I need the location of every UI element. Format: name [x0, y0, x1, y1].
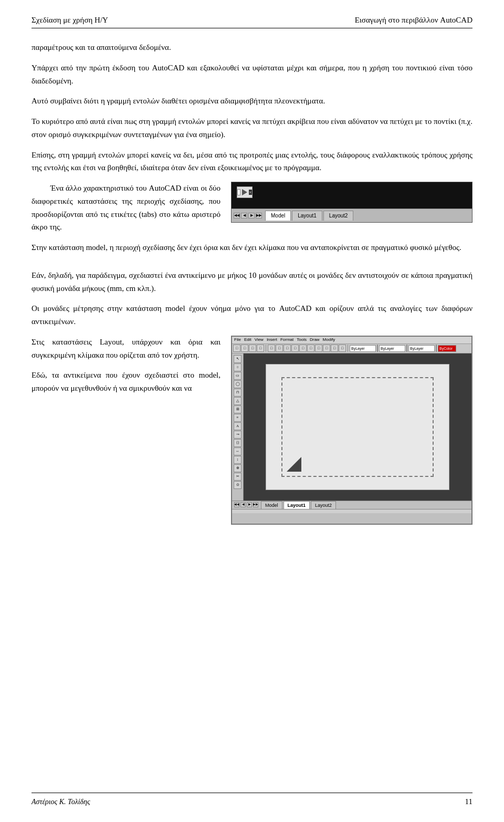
paragraph-3: Αυτό συμβαίνει διότι η γραμμή εντολών δι… — [32, 95, 472, 108]
canvas-tab-model[interactable]: Model — [261, 501, 282, 509]
canvas-tab-layout1[interactable]: Layout1 — [284, 501, 310, 509]
tab-layout2[interactable]: Layout2 — [323, 211, 354, 221]
content-area: παραμέτρους και τα απαιτούμενα δεδομένα.… — [32, 41, 472, 530]
autocad-sidebar: ↖ ○ ▭ ◯ ⊓ △ ⊞ ≡ A ⊸ ⟨⟩ ↔ ↕ — [232, 353, 244, 501]
section-layout: FileEditViewInsertFormatToolsDrawModify … — [32, 336, 472, 530]
footer-page-number: 11 — [465, 797, 472, 806]
autocad-tabs-bar: ◀◀ ◀ ▶ ▶▶ Model Layout1 Layout2 — [232, 501, 471, 509]
tab-model[interactable]: Model — [265, 211, 291, 221]
paragraph-2: Υπάρχει από την πρώτη έκδοση του AutoCAD… — [32, 61, 472, 88]
paragraph-6b: Στην κατάσταση model, η περιοχή σχεδίαση… — [32, 241, 472, 254]
page-header: Σχεδίαση με χρήση Η/Υ Εισαγωγή στο περιβ… — [32, 16, 472, 28]
paragraph-8: Οι μονάδες μέτρησης στην κατάσταση model… — [32, 302, 472, 328]
tabs-image-block: × ◀◀ ◀ ▶ ▶▶ Model Layout1 Layout2 — [231, 182, 472, 223]
autocad-canvas — [244, 353, 471, 501]
paragraph-4: Το κυριότερο από αυτά είναι πως στη γραμ… — [32, 115, 472, 141]
tab-layout1[interactable]: Layout1 — [292, 211, 322, 221]
section-tabs: × ◀◀ ◀ ▶ ▶▶ Model Layout1 Layout2 — [32, 182, 472, 262]
paragraph-5: Επίσης, στη γραμμή εντολών μπορεί κανείς… — [32, 149, 472, 175]
footer-author: Αστέριος Κ. Τολίδης — [32, 798, 90, 806]
paragraph-7: Εάν, δηλαδή, για παράδειγμα, σχεδιαστεί … — [32, 269, 472, 295]
header-left: Σχεδίαση με χρήση Η/Υ — [32, 16, 108, 25]
header-right: Εισαγωγή στο περιβάλλον AutoCAD — [355, 16, 472, 25]
autocad-screenshot-block: FileEditViewInsertFormatToolsDrawModify … — [231, 336, 472, 525]
paragraph-1: παραμέτρους και τα απαιτούμενα δεδομένα. — [32, 41, 472, 54]
page-footer: Αστέριος Κ. Τολίδης 11 — [32, 793, 472, 806]
canvas-tab-layout2[interactable]: Layout2 — [311, 501, 336, 509]
autocad-scrollbar[interactable] — [232, 509, 471, 513]
